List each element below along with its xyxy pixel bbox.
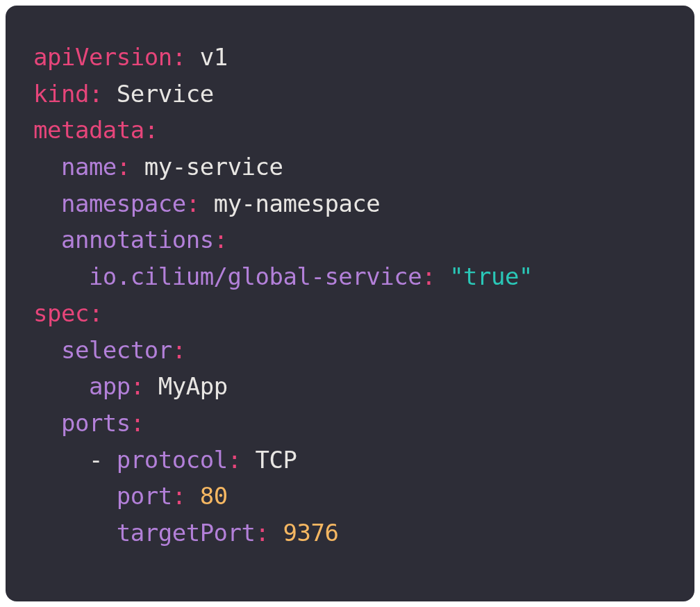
yaml-line-global-service: io.cilium/global-service: "true": [33, 258, 667, 295]
yaml-line-spec: spec:: [33, 295, 667, 332]
colon: :: [131, 409, 144, 437]
colon: :: [89, 299, 103, 327]
yaml-line-port: port: 80: [33, 478, 667, 515]
colon: :: [422, 263, 435, 290]
yaml-value: TCP: [256, 446, 297, 474]
colon: :: [89, 80, 103, 108]
yaml-nested-key: targetPort: [117, 519, 256, 547]
yaml-nested-key: ports: [61, 409, 131, 437]
yaml-nested-key: io.cilium/global-service: [89, 263, 422, 290]
yaml-line-app: app: MyApp: [33, 368, 667, 405]
yaml-value: my-namespace: [214, 190, 381, 217]
yaml-nested-key: name: [61, 153, 117, 181]
colon: :: [256, 519, 269, 547]
yaml-line-protocol: - protocol: TCP: [33, 442, 667, 479]
yaml-key: kind: [33, 80, 89, 108]
colon: :: [172, 43, 186, 71]
yaml-number-value: 80: [200, 482, 228, 510]
colon: :: [172, 336, 186, 364]
yaml-key: apiVersion: [33, 43, 172, 71]
yaml-nested-key: selector: [61, 336, 172, 364]
yaml-key: spec: [33, 299, 89, 327]
yaml-nested-key: app: [89, 372, 131, 400]
colon: :: [214, 226, 228, 253]
colon: :: [172, 482, 186, 510]
colon: :: [144, 116, 158, 144]
yaml-line-targetport: targetPort: 9376: [33, 515, 667, 551]
yaml-line-selector: selector:: [33, 332, 667, 369]
yaml-number-value: 9376: [283, 519, 339, 547]
yaml-value: v1: [200, 43, 228, 71]
yaml-code-block: apiVersion: v1 kind: Service metadata: n…: [6, 6, 694, 601]
yaml-key: metadata: [33, 116, 144, 144]
yaml-string-value: "true": [449, 263, 533, 290]
yaml-line-ports: ports:: [33, 405, 667, 442]
yaml-line-annotations: annotations:: [33, 222, 667, 258]
yaml-line-name: name: my-service: [33, 149, 667, 185]
colon: :: [186, 190, 200, 217]
colon: :: [228, 446, 242, 474]
colon: :: [117, 153, 131, 181]
yaml-value: Service: [117, 80, 214, 108]
yaml-line-kind: kind: Service: [33, 76, 667, 113]
yaml-value: MyApp: [158, 372, 228, 400]
yaml-nested-key: protocol: [117, 446, 228, 474]
yaml-nested-key: namespace: [61, 190, 186, 217]
yaml-line-apiversion: apiVersion: v1: [33, 39, 667, 76]
yaml-nested-key: port: [117, 482, 172, 510]
dash: -: [61, 446, 117, 474]
yaml-line-namespace: namespace: my-namespace: [33, 185, 667, 222]
yaml-value: my-service: [144, 153, 283, 181]
colon: :: [131, 372, 144, 400]
yaml-nested-key: annotations: [61, 226, 214, 253]
yaml-line-metadata: metadata:: [33, 112, 667, 149]
